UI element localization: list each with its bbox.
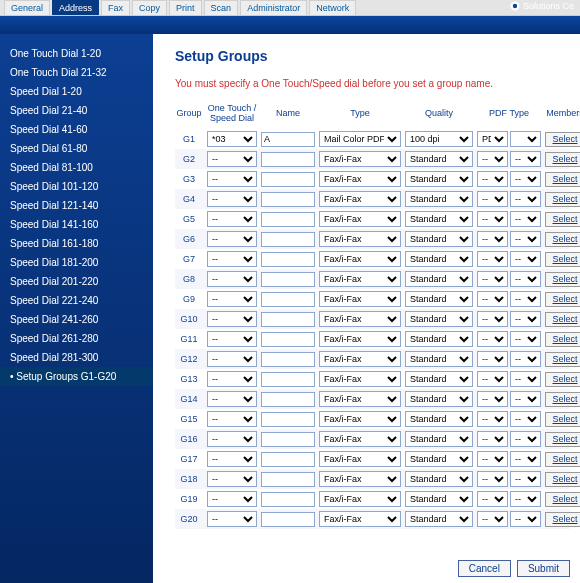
quality-select[interactable]: Standard [405,231,473,247]
type-select[interactable]: Fax/i-Fax [319,371,401,387]
dial-select[interactable]: -- [207,251,257,267]
dial-select[interactable]: -- [207,371,257,387]
type-select[interactable]: Fax/i-Fax [319,351,401,367]
name-input[interactable] [261,292,315,307]
dial-select[interactable]: *03 [207,131,257,147]
pdf-select-1[interactable]: PDF [477,131,508,147]
type-select[interactable]: Fax/i-Fax [319,151,401,167]
pdf-select-1[interactable]: -- [477,331,508,347]
members-select-button[interactable]: Select [545,292,580,307]
quality-select[interactable]: 100 dpi [405,131,473,147]
pdf-select-1[interactable]: -- [477,171,508,187]
members-select-button[interactable]: Select [545,332,580,347]
dial-select[interactable]: -- [207,271,257,287]
pdf-select-1[interactable]: -- [477,351,508,367]
dial-select[interactable]: -- [207,451,257,467]
type-select[interactable]: Mail Color PDF [319,131,401,147]
members-select-button[interactable]: Select [545,232,580,247]
pdf-select-2[interactable]: -- [510,411,541,427]
pdf-select-1[interactable]: -- [477,291,508,307]
name-input[interactable] [261,152,315,167]
tab-address[interactable]: Address [52,0,99,15]
pdf-select-2[interactable]: -- [510,491,541,507]
type-select[interactable]: Fax/i-Fax [319,311,401,327]
quality-select[interactable]: Standard [405,251,473,267]
name-input[interactable] [261,232,315,247]
quality-select[interactable]: Standard [405,151,473,167]
type-select[interactable]: Fax/i-Fax [319,291,401,307]
pdf-select-2[interactable]: -- [510,511,541,527]
dial-select[interactable]: -- [207,311,257,327]
type-select[interactable]: Fax/i-Fax [319,411,401,427]
sidebar-item-13[interactable]: Speed Dial 221-240 [0,291,153,310]
pdf-select-1[interactable]: -- [477,231,508,247]
type-select[interactable]: Fax/i-Fax [319,191,401,207]
dial-select[interactable]: -- [207,431,257,447]
sidebar-item-4[interactable]: Speed Dial 41-60 [0,120,153,139]
members-select-button[interactable]: Select [545,372,580,387]
sidebar-item-5[interactable]: Speed Dial 61-80 [0,139,153,158]
pdf-select-2[interactable]: -- [510,431,541,447]
members-select-button[interactable]: Select [545,152,580,167]
members-select-button[interactable]: Select [545,272,580,287]
dial-select[interactable]: -- [207,411,257,427]
quality-select[interactable]: Standard [405,491,473,507]
cancel-button[interactable]: Cancel [458,560,511,577]
pdf-select-1[interactable]: -- [477,451,508,467]
pdf-select-2[interactable]: -- [510,291,541,307]
dial-select[interactable]: -- [207,511,257,527]
type-select[interactable]: Fax/i-Fax [319,431,401,447]
sidebar-item-11[interactable]: Speed Dial 181-200 [0,253,153,272]
pdf-select-2[interactable] [510,131,541,147]
sidebar-item-16[interactable]: Speed Dial 281-300 [0,348,153,367]
members-select-button[interactable]: Select [545,452,580,467]
tab-scan[interactable]: Scan [204,0,239,15]
dial-select[interactable]: -- [207,191,257,207]
type-select[interactable]: Fax/i-Fax [319,211,401,227]
name-input[interactable] [261,172,315,187]
pdf-select-1[interactable]: -- [477,211,508,227]
quality-select[interactable]: Standard [405,271,473,287]
members-select-button[interactable]: Select [545,492,580,507]
name-input[interactable] [261,332,315,347]
dial-select[interactable]: -- [207,291,257,307]
quality-select[interactable]: Standard [405,411,473,427]
members-select-button[interactable]: Select [545,352,580,367]
pdf-select-1[interactable]: -- [477,251,508,267]
pdf-select-1[interactable]: -- [477,471,508,487]
sidebar-item-9[interactable]: Speed Dial 141-160 [0,215,153,234]
pdf-select-1[interactable]: -- [477,371,508,387]
pdf-select-1[interactable]: -- [477,391,508,407]
pdf-select-2[interactable]: -- [510,371,541,387]
members-select-button[interactable]: Select [545,192,580,207]
name-input[interactable] [261,252,315,267]
dial-select[interactable]: -- [207,211,257,227]
type-select[interactable]: Fax/i-Fax [319,171,401,187]
dial-select[interactable]: -- [207,491,257,507]
dial-select[interactable]: -- [207,351,257,367]
quality-select[interactable]: Standard [405,391,473,407]
quality-select[interactable]: Standard [405,371,473,387]
quality-select[interactable]: Standard [405,331,473,347]
dial-select[interactable]: -- [207,391,257,407]
name-input[interactable] [261,472,315,487]
tab-copy[interactable]: Copy [132,0,167,15]
pdf-select-2[interactable]: -- [510,271,541,287]
name-input[interactable] [261,432,315,447]
members-select-button[interactable]: Select [545,312,580,327]
type-select[interactable]: Fax/i-Fax [319,511,401,527]
members-select-button[interactable]: Select [545,392,580,407]
name-input[interactable] [261,452,315,467]
pdf-select-2[interactable]: -- [510,351,541,367]
quality-select[interactable]: Standard [405,451,473,467]
name-input[interactable] [261,492,315,507]
members-select-button[interactable]: Select [545,472,580,487]
members-select-button[interactable]: Select [545,212,580,227]
type-select[interactable]: Fax/i-Fax [319,391,401,407]
name-input[interactable] [261,272,315,287]
submit-button[interactable]: Submit [517,560,570,577]
dial-select[interactable]: -- [207,331,257,347]
tab-fax[interactable]: Fax [101,0,130,15]
quality-select[interactable]: Standard [405,511,473,527]
pdf-select-2[interactable]: -- [510,211,541,227]
